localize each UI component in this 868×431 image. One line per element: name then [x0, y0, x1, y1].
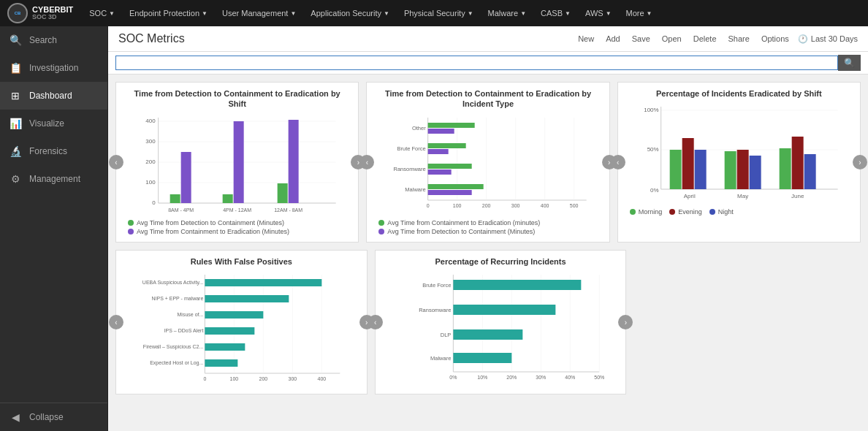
nav-app-security[interactable]: Application Security ▼: [305, 0, 395, 26]
search-button[interactable]: 🔍: [838, 55, 861, 71]
svg-text:100: 100: [229, 376, 238, 381]
svg-text:500: 500: [570, 203, 579, 208]
chart5-next[interactable]: ›: [618, 315, 633, 329]
svg-text:Firewall – Suspicious C2...: Firewall – Suspicious C2...: [143, 344, 204, 350]
legend-dot-purple: [128, 229, 134, 234]
nav-soc[interactable]: SOC ▼: [83, 0, 121, 26]
svg-rect-59: [749, 156, 761, 189]
svg-text:300: 300: [288, 376, 297, 381]
svg-text:IPS – DDoS Alert: IPS – DDoS Alert: [164, 328, 204, 333]
sidebar-item-forensics[interactable]: 🔬 Forensics: [0, 137, 107, 165]
logo: CB CYBERBIT SOC 3D: [7, 3, 73, 23]
forensics-icon: 🔬: [9, 145, 22, 158]
legend-item: Avg Time from Detection to Containment (…: [128, 219, 346, 226]
legend-item-evening: Evening: [669, 208, 702, 216]
svg-text:50%: 50%: [594, 375, 604, 380]
chart3-svg: 100% 50% 0%: [630, 103, 848, 205]
page-title: SOC Metrics: [118, 32, 185, 45]
sidebar-item-search[interactable]: 🔍 Search: [0, 26, 107, 54]
delete-button[interactable]: Delete: [690, 33, 720, 45]
open-button[interactable]: Open: [659, 33, 685, 45]
legend-dot-purple: [378, 229, 384, 234]
add-button[interactable]: Add: [603, 33, 623, 45]
svg-rect-86: [205, 327, 254, 335]
legend-dot-green: [378, 220, 384, 226]
sidebar: 🔍 Search 📋 Investigation ⊞ Dashboard 📊 V…: [0, 26, 108, 431]
svg-text:8AM - 4PM: 8AM - 4PM: [168, 207, 194, 213]
svg-rect-87: [205, 343, 245, 351]
svg-rect-16: [278, 183, 288, 203]
legend-item: Avg Time from Containment to Eradication…: [378, 219, 597, 226]
svg-rect-88: [205, 359, 237, 367]
visualize-icon: 📊: [9, 117, 22, 130]
svg-text:Ransomware: Ransomware: [394, 166, 426, 172]
legend-item: Avg Time from Detection to Containment (…: [378, 228, 597, 235]
chart2-legend: Avg Time from Containment to Eradication…: [378, 219, 597, 235]
svg-rect-61: [791, 137, 803, 189]
search-bar: 🔍: [108, 52, 868, 75]
sidebar-item-management[interactable]: ⚙ Management: [0, 165, 107, 193]
sidebar-item-visualize[interactable]: 📊 Visualize: [0, 110, 107, 137]
svg-rect-13: [181, 152, 191, 203]
svg-text:400: 400: [145, 118, 156, 124]
sidebar-collapse[interactable]: ◀ Collapse: [0, 403, 107, 431]
chart2-prev[interactable]: ‹: [359, 155, 374, 169]
chart3-next[interactable]: ›: [853, 155, 867, 169]
svg-rect-106: [453, 280, 581, 290]
svg-rect-17: [289, 120, 299, 203]
chart1-prev[interactable]: ‹: [109, 155, 123, 169]
svg-rect-44: [428, 184, 484, 189]
svg-rect-55: [682, 138, 693, 189]
nav-endpoint[interactable]: Endpoint Protection ▼: [123, 0, 213, 26]
svg-text:100: 100: [453, 203, 462, 208]
chart5-prev[interactable]: ‹: [368, 315, 383, 329]
chart1-title: Time from Detection to Containment to Er…: [128, 88, 346, 110]
svg-text:20%: 20%: [506, 375, 517, 380]
svg-rect-39: [428, 129, 454, 134]
chart-pct-eradicated: ‹ Percentage of Incidents Eradicated by …: [617, 82, 861, 243]
share-button[interactable]: Share: [726, 33, 753, 45]
svg-text:UEBA Suspicious Activity...: UEBA Suspicious Activity...: [142, 280, 204, 286]
new-button[interactable]: New: [575, 33, 597, 45]
search-icon: 🔍: [9, 34, 22, 47]
search-input[interactable]: [115, 56, 838, 70]
svg-text:200: 200: [259, 376, 267, 381]
save-button[interactable]: Save: [629, 33, 653, 45]
nav-more[interactable]: More ▼: [620, 0, 658, 26]
chart1-legend: Avg Time from Detection to Containment (…: [128, 219, 346, 235]
svg-text:300: 300: [511, 203, 520, 208]
nav-malware[interactable]: Malware ▼: [482, 0, 533, 26]
nav-physical-security[interactable]: Physical Security ▼: [398, 0, 479, 26]
chart2-container: Other Brute Force Ransomware Malware: [378, 114, 597, 216]
chart-false-positives: ‹ Rules With False Positives UEBA Suspic…: [115, 250, 368, 394]
chart4-prev[interactable]: ‹: [109, 315, 123, 329]
sidebar-bottom: ◀ Collapse: [0, 403, 107, 431]
svg-rect-108: [453, 329, 522, 340]
logo-icon: CB: [7, 3, 28, 23]
options-button[interactable]: Options: [758, 33, 792, 45]
logo-text: CYBERBIT SOC 3D: [32, 5, 73, 21]
charts-row-2: ‹ Rules With False Positives UEBA Suspic…: [115, 250, 861, 394]
sidebar-item-dashboard[interactable]: ⊞ Dashboard: [0, 82, 107, 110]
nav-aws[interactable]: AWS ▼: [579, 0, 617, 26]
svg-rect-107: [453, 305, 555, 315]
nav-casb[interactable]: CASB ▼: [535, 0, 576, 26]
svg-rect-60: [779, 148, 791, 189]
svg-rect-85: [205, 311, 263, 319]
top-navigation: CB CYBERBIT SOC 3D SOC ▼ Endpoint Protec…: [0, 0, 868, 26]
svg-text:300: 300: [145, 138, 156, 145]
legend-item-night: Night: [709, 208, 734, 216]
nav-user-mgmt[interactable]: User Management ▼: [216, 0, 302, 26]
legend-dot-green: [630, 209, 636, 215]
svg-text:100: 100: [145, 179, 156, 186]
chart3-prev[interactable]: ‹: [611, 155, 625, 169]
svg-rect-41: [428, 149, 449, 154]
svg-text:DLP: DLP: [440, 332, 451, 338]
svg-rect-58: [736, 150, 748, 189]
svg-rect-43: [428, 169, 452, 175]
sidebar-item-investigation[interactable]: 📋 Investigation: [0, 54, 107, 82]
svg-text:400: 400: [317, 376, 326, 381]
svg-text:0%: 0%: [650, 187, 659, 194]
dashboard-icon: ⊞: [9, 89, 22, 102]
svg-rect-14: [223, 194, 233, 203]
